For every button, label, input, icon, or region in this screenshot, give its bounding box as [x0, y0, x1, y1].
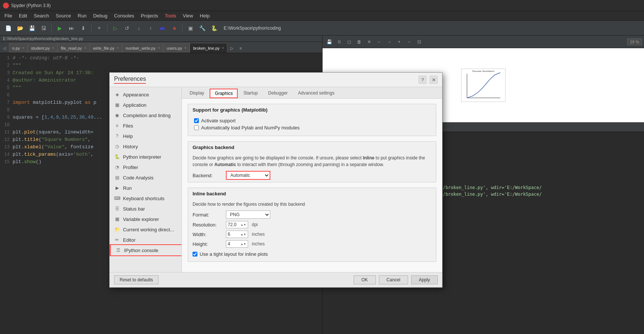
nav-editor[interactable]: ✏ Editor: [110, 235, 181, 245]
backend-select[interactable]: Automatic Inline Qt5 Qt4 Tk Gtk3: [226, 171, 270, 180]
tab-wirte-file-close[interactable]: ×: [117, 46, 119, 50]
auto-load-pylab-checkbox[interactable]: [194, 125, 199, 130]
nav-ipython-console[interactable]: ☰ IPython console: [110, 245, 181, 255]
dialog-close-btn[interactable]: ✕: [430, 76, 438, 84]
sep2: [91, 24, 91, 32]
nav-completion[interactable]: ◉ Completion and linting: [110, 110, 181, 120]
tab-broken-line-py[interactable]: broken_line.py ×: [190, 43, 227, 53]
python-btn[interactable]: 🐍: [209, 23, 219, 33]
nav-history[interactable]: ◷ History: [110, 141, 181, 152]
nav-help[interactable]: ? Help: [110, 131, 181, 141]
tab-menu-btn[interactable]: ≡: [236, 44, 245, 53]
tab-student-py-close[interactable]: ×: [52, 46, 54, 50]
nav-appearance[interactable]: ◈ Appearance: [110, 89, 181, 100]
close-plot-btn[interactable]: ✕: [365, 37, 374, 46]
resolution-spinbox[interactable]: 72.0 ▲▼: [226, 221, 248, 228]
tab-number-wirte-py[interactable]: number_wirte.py ×: [122, 43, 163, 53]
menu-tools[interactable]: Tools: [162, 12, 179, 19]
keyboard-icon: ⌨: [114, 195, 120, 201]
apply-btn[interactable]: Apply: [411, 275, 438, 284]
tab-wirte-file-py[interactable]: wirte_file.py ×: [90, 43, 122, 53]
tab-file-read-close[interactable]: ×: [84, 46, 86, 50]
more-tabs-btn[interactable]: ▷: [227, 44, 236, 53]
tab-startup[interactable]: Startup: [238, 89, 263, 98]
zoom-in-btn[interactable]: +: [395, 37, 404, 46]
ok-btn[interactable]: OK: [354, 275, 376, 284]
menu-search[interactable]: Search: [31, 12, 52, 19]
nav-status-bar[interactable]: ☰ Status bar: [110, 204, 181, 214]
status-bar-icon: ☰: [114, 206, 120, 212]
save-file-btn[interactable]: 💾: [27, 23, 37, 33]
tab-advanced-settings[interactable]: Advanced settings: [293, 89, 339, 98]
run-btn[interactable]: ▶: [54, 23, 65, 33]
nav-python-interpreter[interactable]: 🐍 Python interpreter: [110, 152, 181, 162]
tab-file-read-py[interactable]: file_read.py ×: [57, 43, 90, 53]
menu-file[interactable]: File: [1, 12, 15, 19]
menu-debug[interactable]: Debug: [90, 12, 110, 19]
tab-student-py[interactable]: student.py ×: [28, 43, 58, 53]
up-btn[interactable]: ↑: [146, 23, 156, 33]
cwd-icon: 📁: [114, 226, 120, 232]
tab-n-py-close[interactable]: ×: [22, 46, 24, 50]
nav-cwd[interactable]: 📁 Current working direct...: [110, 224, 181, 235]
menu-edit[interactable]: Edit: [16, 12, 30, 19]
content-area: Support for graphics (Matplotlib) Activa…: [182, 99, 442, 272]
nav-files[interactable]: ≡ Files: [110, 120, 181, 131]
menu-source[interactable]: Source: [53, 12, 74, 19]
height-spinbox[interactable]: 4 ▲▼: [226, 240, 248, 248]
debug-btn[interactable]: ⏭: [66, 23, 77, 33]
skip-btn[interactable]: ⏭: [157, 23, 168, 33]
nav-profiler[interactable]: ◔ Profiler: [110, 162, 181, 172]
tab-graphics[interactable]: Graphics: [210, 89, 238, 98]
cursor-btn[interactable]: ⌖: [94, 23, 104, 33]
tools-btn[interactable]: 🔧: [197, 23, 207, 33]
run-sel-btn[interactable]: ▷: [110, 23, 120, 33]
tab-broken-line-close[interactable]: ×: [222, 46, 224, 50]
replay-btn[interactable]: ↺: [122, 23, 132, 33]
format-select[interactable]: PNG SVG: [226, 211, 270, 219]
menu-consoles[interactable]: Consoles: [111, 12, 137, 19]
save-all-btn[interactable]: 🖫: [39, 23, 49, 33]
fit-btn[interactable]: ⊡: [415, 37, 424, 46]
tab-debugger[interactable]: Debugger: [263, 89, 293, 98]
menu-run[interactable]: Run: [75, 12, 90, 19]
copy2-btn[interactable]: ◻: [345, 37, 354, 46]
prev-btn[interactable]: ←: [375, 37, 384, 46]
backend-field-row: Backend: Automatic Inline Qt5 Qt4 Tk Gtk…: [193, 171, 431, 180]
activate-support-checkbox[interactable]: [194, 118, 199, 123]
stop-btn[interactable]: ■: [169, 23, 180, 33]
tab-users-py[interactable]: users.py ×: [163, 43, 190, 53]
nav-application[interactable]: ▦ Application: [110, 100, 181, 110]
menu-help[interactable]: Help: [197, 12, 213, 19]
delete-btn[interactable]: 🗑: [355, 37, 364, 46]
width-spinbox[interactable]: 6 ▲▼: [226, 231, 248, 238]
step-btn[interactable]: ⬇: [78, 23, 89, 33]
nav-run[interactable]: ▶ Run: [110, 183, 181, 193]
menu-view[interactable]: View: [180, 12, 196, 19]
tight-layout-checkbox[interactable]: [193, 252, 197, 257]
tab-number-wirte-close[interactable]: ×: [158, 46, 160, 50]
reset-defaults-btn[interactable]: Reset to defaults: [114, 275, 159, 284]
save-plot-btn[interactable]: 💾: [325, 37, 334, 46]
cancel-btn[interactable]: Cancel: [379, 275, 408, 284]
copy-plot-btn[interactable]: ⎘: [335, 37, 344, 46]
dialog-help-btn[interactable]: ?: [418, 76, 427, 84]
tab-users-close[interactable]: ×: [184, 46, 187, 50]
panel-btn[interactable]: ▣: [185, 23, 196, 33]
collapse-tab-btn[interactable]: ◁: [0, 44, 9, 53]
tab-n-py[interactable]: n.py ×: [9, 43, 28, 53]
tab-display[interactable]: Display: [185, 89, 209, 98]
nav-code-analysis[interactable]: ▤ Code Analysis: [110, 172, 181, 183]
nav-variable-explorer[interactable]: ▦ Variable explorer: [110, 214, 181, 224]
next-btn[interactable]: ↓: [134, 23, 144, 33]
menu-bar: File Edit Search Source Run Debug Consol…: [0, 11, 644, 21]
open-file-btn[interactable]: 📂: [15, 23, 25, 33]
nav-keyboard-shortcuts[interactable]: ⌨ Keyboard shortcuts: [110, 193, 181, 204]
zoom-out-btn[interactable]: −: [405, 37, 414, 46]
new-file-btn[interactable]: 📄: [3, 23, 13, 33]
next-plot-btn[interactable]: →: [385, 37, 394, 46]
menu-projects[interactable]: Projects: [138, 12, 161, 19]
title-bar: Spyder (Python 3.9): [0, 0, 644, 11]
resolution-row: Resolution: 72.0 ▲▼ dpi: [193, 221, 431, 228]
file-path-bar: E:\WorkSpace\python\coding\broken_line.p…: [0, 36, 322, 42]
